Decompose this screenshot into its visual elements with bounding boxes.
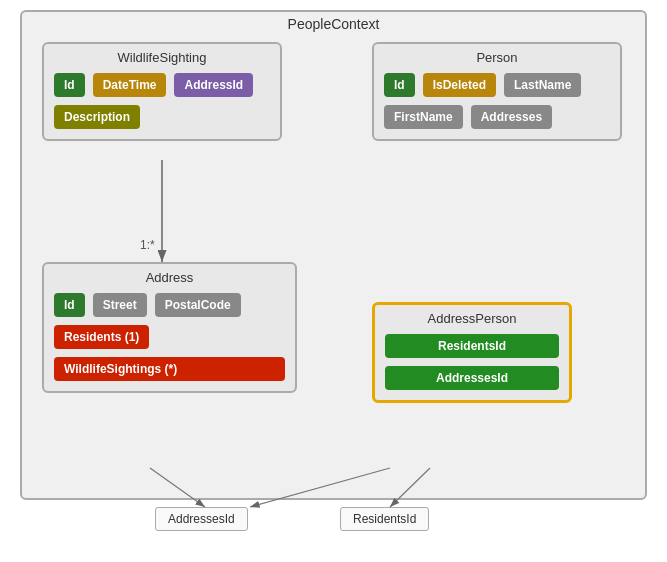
address-person-title: AddressPerson: [385, 311, 559, 326]
field-isdeleted: IsDeleted: [423, 73, 496, 97]
address-fields: Id Street PostalCode Residents (1) Wildl…: [54, 293, 285, 381]
person-entity: Person Id IsDeleted LastName FirstName A…: [372, 42, 622, 141]
standalone-addressesid: AddressesId: [155, 507, 248, 531]
field-addressid-ws: AddressId: [174, 73, 253, 97]
person-title: Person: [384, 50, 610, 65]
field-residentsid-ap: ResidentsId: [385, 334, 559, 358]
people-context-container: PeopleContext WildlifeSighting Id DateTi…: [20, 10, 647, 500]
field-postalcode: PostalCode: [155, 293, 241, 317]
field-id-addr: Id: [54, 293, 85, 317]
context-title: PeopleContext: [22, 12, 645, 38]
person-fields: Id IsDeleted LastName FirstName Addresse…: [384, 73, 610, 129]
field-lastname: LastName: [504, 73, 581, 97]
field-id-person: Id: [384, 73, 415, 97]
address-entity: Address Id Street PostalCode Residents (…: [42, 262, 297, 393]
address-person-entity: AddressPerson ResidentsId AddressesId: [372, 302, 572, 403]
wildlife-sighting-fields: Id DateTime AddressId Description: [54, 73, 270, 129]
field-addresses: Addresses: [471, 105, 552, 129]
relation-label: 1:*: [140, 238, 155, 252]
field-residents: Residents (1): [54, 325, 149, 349]
field-id-ws: Id: [54, 73, 85, 97]
field-firstname: FirstName: [384, 105, 463, 129]
wildlife-sighting-title: WildlifeSighting: [54, 50, 270, 65]
field-wildlifesightings: WildlifeSightings (*): [54, 357, 285, 381]
field-datetime: DateTime: [93, 73, 167, 97]
address-title: Address: [54, 270, 285, 285]
address-person-fields: ResidentsId AddressesId: [385, 334, 559, 390]
wildlife-sighting-entity: WildlifeSighting Id DateTime AddressId D…: [42, 42, 282, 141]
field-description: Description: [54, 105, 140, 129]
standalone-residentsid: ResidentsId: [340, 507, 429, 531]
field-street: Street: [93, 293, 147, 317]
field-addressesid-ap: AddressesId: [385, 366, 559, 390]
